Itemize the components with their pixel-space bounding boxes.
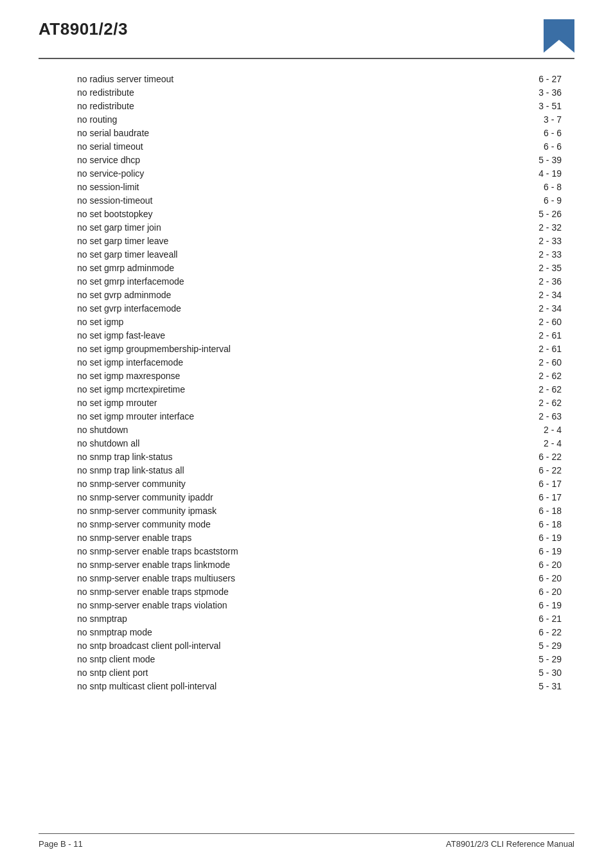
- ref-cell: 3 - 36: [465, 85, 574, 99]
- ref-cell: 2 - 32: [465, 220, 574, 234]
- corner-decoration: [544, 19, 574, 53]
- command-cell: no set igmp mcrtexpiretime: [39, 382, 465, 396]
- table-row: no service dhcp5 - 39: [39, 153, 574, 166]
- table-row: no radius server timeout6 - 27: [39, 72, 574, 85]
- ref-cell: 6 - 9: [465, 193, 574, 207]
- table-row: no sntp client port5 - 30: [39, 666, 574, 679]
- table-row: no snmptrap mode6 - 22: [39, 625, 574, 639]
- table-row: no sntp multicast client poll-interval5 …: [39, 679, 574, 693]
- command-cell: no snmp-server community: [39, 477, 465, 490]
- command-cell: no serial baudrate: [39, 126, 465, 139]
- command-cell: no set gmrp interfacemode: [39, 274, 465, 288]
- table-row: no sntp broadcast client poll-interval5 …: [39, 639, 574, 652]
- command-cell: no session-timeout: [39, 193, 465, 207]
- command-cell: no set igmp interfacemode: [39, 355, 465, 369]
- ref-cell: 2 - 4: [465, 436, 574, 450]
- ref-cell: 6 - 21: [465, 612, 574, 625]
- table-row: no set garp timer leave2 - 33: [39, 234, 574, 247]
- command-cell: no session-limit: [39, 180, 465, 193]
- ref-cell: 6 - 19: [465, 531, 574, 544]
- command-cell: no snmptrap mode: [39, 625, 465, 639]
- footer-page: Page B - 11: [39, 839, 83, 849]
- command-cell: no set garp timer leaveall: [39, 247, 465, 261]
- ref-cell: 2 - 36: [465, 274, 574, 288]
- table-row: no shutdown all2 - 4: [39, 436, 574, 450]
- table-row: no snmp-server enable traps stpmode6 - 2…: [39, 585, 574, 598]
- command-cell: no set igmp groupmembership-interval: [39, 342, 465, 355]
- ref-cell: 5 - 39: [465, 153, 574, 166]
- table-row: no set gmrp adminmode2 - 35: [39, 261, 574, 274]
- command-cell: no snmp trap link-status all: [39, 463, 465, 477]
- table-row: no snmp-server enable traps6 - 19: [39, 531, 574, 544]
- command-cell: no snmp-server enable traps multiusers: [39, 571, 465, 585]
- page-header: AT8901/2/3: [39, 19, 574, 53]
- command-cell: no sntp broadcast client poll-interval: [39, 639, 465, 652]
- table-row: no set garp timer join2 - 32: [39, 220, 574, 234]
- table-row: no set igmp mcrtexpiretime2 - 62: [39, 382, 574, 396]
- table-row: no snmp-server enable traps violation6 -…: [39, 598, 574, 612]
- table-row: no set garp timer leaveall2 - 33: [39, 247, 574, 261]
- command-cell: no routing: [39, 112, 465, 126]
- ref-cell: 5 - 26: [465, 207, 574, 220]
- command-cell: no snmp-server enable traps stpmode: [39, 585, 465, 598]
- ref-cell: 2 - 60: [465, 355, 574, 369]
- table-row: no snmp-server community6 - 17: [39, 477, 574, 490]
- ref-cell: 2 - 34: [465, 301, 574, 315]
- table-row: no set igmp2 - 60: [39, 315, 574, 328]
- command-cell: no sntp client mode: [39, 652, 465, 666]
- ref-cell: 6 - 20: [465, 558, 574, 571]
- command-cell: no set gvrp interfacemode: [39, 301, 465, 315]
- ref-cell: 3 - 51: [465, 99, 574, 112]
- ref-cell: 6 - 8: [465, 180, 574, 193]
- ref-cell: 6 - 18: [465, 517, 574, 531]
- table-row: no set igmp mrouter2 - 62: [39, 396, 574, 409]
- table-row: no snmp-server enable traps bcaststorm6 …: [39, 544, 574, 558]
- page-footer: Page B - 11 AT8901/2/3 CLI Reference Man…: [39, 833, 574, 849]
- ref-cell: 2 - 62: [465, 396, 574, 409]
- ref-cell: 5 - 31: [465, 679, 574, 693]
- ref-cell: 6 - 22: [465, 450, 574, 463]
- command-cell: no set gvrp adminmode: [39, 288, 465, 301]
- table-row: no session-limit6 - 8: [39, 180, 574, 193]
- top-divider: [39, 58, 574, 59]
- table-row: no routing3 - 7: [39, 112, 574, 126]
- ref-cell: 2 - 63: [465, 409, 574, 423]
- ref-cell: 6 - 19: [465, 544, 574, 558]
- ref-cell: 2 - 4: [465, 423, 574, 436]
- table-row: no service-policy4 - 19: [39, 166, 574, 180]
- command-cell: no snmp-server enable traps violation: [39, 598, 465, 612]
- table-row: no snmptrap6 - 21: [39, 612, 574, 625]
- command-cell: no set igmp mrouter interface: [39, 409, 465, 423]
- command-cell: no set bootstopkey: [39, 207, 465, 220]
- ref-cell: 2 - 60: [465, 315, 574, 328]
- command-cell: no set garp timer join: [39, 220, 465, 234]
- ref-cell: 6 - 17: [465, 490, 574, 504]
- command-cell: no set garp timer leave: [39, 234, 465, 247]
- table-row: no snmp-server enable traps linkmode6 - …: [39, 558, 574, 571]
- footer-manual: AT8901/2/3 CLI Reference Manual: [446, 839, 574, 849]
- table-row: no shutdown2 - 4: [39, 423, 574, 436]
- table-row: no set gvrp interfacemode2 - 34: [39, 301, 574, 315]
- ref-cell: 6 - 18: [465, 504, 574, 517]
- command-cell: no shutdown all: [39, 436, 465, 450]
- ref-cell: 5 - 29: [465, 639, 574, 652]
- page: AT8901/2/3 no radius server timeout6 - 2…: [0, 0, 613, 868]
- ref-cell: 6 - 19: [465, 598, 574, 612]
- table-row: no sntp client mode5 - 29: [39, 652, 574, 666]
- ref-cell: 4 - 19: [465, 166, 574, 180]
- command-cell: no service-policy: [39, 166, 465, 180]
- table-row: no set gvrp adminmode2 - 34: [39, 288, 574, 301]
- ref-cell: 6 - 17: [465, 477, 574, 490]
- ref-cell: 6 - 22: [465, 463, 574, 477]
- ref-cell: 6 - 22: [465, 625, 574, 639]
- table-row: no serial baudrate6 - 6: [39, 126, 574, 139]
- ref-cell: 2 - 35: [465, 261, 574, 274]
- ref-cell: 2 - 61: [465, 328, 574, 342]
- ref-cell: 6 - 27: [465, 72, 574, 85]
- content-table: no radius server timeout6 - 27no redistr…: [39, 72, 574, 693]
- ref-cell: 2 - 62: [465, 369, 574, 382]
- table-row: no serial timeout6 - 6: [39, 139, 574, 153]
- command-cell: no serial timeout: [39, 139, 465, 153]
- table-row: no snmp trap link-status6 - 22: [39, 450, 574, 463]
- ref-cell: 6 - 20: [465, 585, 574, 598]
